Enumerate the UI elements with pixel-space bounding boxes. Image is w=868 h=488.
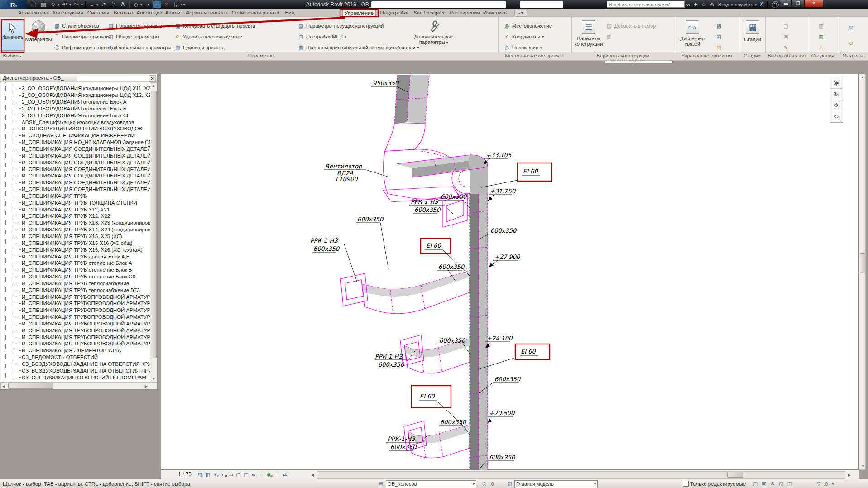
list-item[interactable]: 2_СО_ОБОРУДОВАНИЯ отопление Блок С6: [1, 112, 150, 119]
canvas-vscrollbar[interactable]: ▲ ▼: [859, 74, 866, 470]
decal-types-button[interactable]: ▧: [715, 22, 722, 29]
close-button[interactable]: ✕: [804, 0, 823, 8]
panel-label-macros[interactable]: Макросы: [838, 53, 868, 58]
maximize-button[interactable]: ❐: [792, 0, 804, 8]
browser-hscrollbar[interactable]: ◀ ▶: [0, 382, 157, 389]
scroll-down-icon[interactable]: ▼: [861, 464, 865, 469]
panel-label-project-location[interactable]: Местоположение проекта: [498, 53, 571, 58]
list-item[interactable]: И_СПЕЦИФИКАЦИЯ ТРУБ теплоснабжение ВТЗ: [1, 287, 150, 293]
tab-analyze[interactable]: Анализ: [164, 9, 184, 17]
list-item[interactable]: И_СПЕЦИФИКАЦИЯ СОЕДИНИТЕЛЬНЫХ ДЕТАЛЕЙ Т: [1, 172, 150, 179]
mep-settings-button[interactable]: ◫Настройки MEP▾: [297, 33, 346, 40]
scrollbar-thumb[interactable]: [860, 253, 865, 273]
sync-icon[interactable]: ↻: [49, 1, 57, 8]
panel-label-selection[interactable]: Выбор объектов: [765, 53, 808, 58]
list-item[interactable]: И_СПЕЦИФИКАЦИЯ ТРУБОПРОВОДНОЙ АРМАТУР: [1, 307, 150, 314]
show-crop-region-icon[interactable]: ◫: [242, 471, 250, 478]
list-item[interactable]: И_СПЕЦИФИКАЦИЯ СОЕДИНИТЕЛЬНЫХ ДЕТАЛЕЙ Т: [1, 146, 150, 153]
panel-schedule-templates-button[interactable]: ▦Шаблоны принципиальной схемы щита/панел…: [297, 44, 419, 51]
zoom-icon[interactable]: ⊕▾: [830, 89, 843, 100]
application-menu-button[interactable]: R▾: [0, 0, 27, 10]
tab-architecture[interactable]: Архитектура: [15, 9, 51, 17]
list-item[interactable]: И_СПЕЦИФИКАЦИЯ ТРУБОПРОВОДНОЙ АРМАТУР: [1, 300, 150, 307]
list-item[interactable]: И_СПЕЦИФИКАЦИЯ ТРУБОПРОВОДНОЙ АРМАТУР: [1, 340, 150, 347]
reveal-constraints-icon[interactable]: ⇄: [281, 471, 288, 478]
list-item[interactable]: СЗ_СПЕЦИФИКАЦИЯ ОТВЕРСТИЙ ПО НОМЕРАМ__: [1, 374, 150, 381]
list-item[interactable]: И_СПЕЦИФИКАЦИЯ ТРУБ дренаж Блок А,Б: [1, 253, 150, 260]
active-design-option-select[interactable]: Главная модель▾: [514, 480, 598, 488]
tab-massing-site[interactable]: Формы и генплан: [184, 9, 229, 17]
thin-lines-icon[interactable]: ≡: [153, 1, 161, 8]
list-item[interactable]: И_СПЕЦИФИКАЦИЯ ТРУБ Х13, Х23 (кондициони…: [1, 220, 150, 226]
list-item[interactable]: И_СПЕЦИФИКАЦИЯ ТРУБОПРОВОДНОЙ АРМАТУР: [1, 321, 150, 327]
additional-settings-button[interactable]: Дополнительные параметры ▾: [411, 20, 456, 46]
list-item[interactable]: И_СПЕЦИФИКАЦИЯ ТРУБОПРОВОДНОЙ АРМАТУР: [1, 314, 150, 321]
aligned-dimension-icon[interactable]: ↗: [100, 1, 108, 8]
steering-wheel-icon[interactable]: ◉: [830, 77, 843, 89]
global-parameters-button[interactable]: ◎Глобальные параметры: [107, 44, 171, 51]
snaps-button[interactable]: ⌒Параметры привязки: [53, 33, 111, 40]
list-item[interactable]: И_СПЕЦИФИКАЦИЯ ТРУБОПРОВОДНОЙ АРМАТУР: [1, 334, 150, 340]
search-input[interactable]: Введите ключевое слово/фразу: [607, 1, 685, 8]
list-item[interactable]: И_СПЕЦИФИКАЦИЯ СОЕДИНИТЕЛЬНЫХ ДЕТАЛЕЙ Т: [1, 152, 150, 159]
tab-systems[interactable]: Системы: [85, 9, 111, 17]
communication-center-icon[interactable]: ✦: [694, 1, 698, 8]
list-item[interactable]: И_СПЕЦИФИКАЦИЯ СОЕДИНИТЕЛЬНЫХ ДЕТАЛЕЙ Т: [1, 166, 150, 172]
list-item[interactable]: 2_СО_ОБОРУДОВАНИЯ отопление Блок Б: [1, 105, 150, 112]
list-item[interactable]: И_СПЕЦИФИКАЦИЯ СОЕДИНИТЕЛЬНЫХ ДЕТАЛЕЙ Т: [1, 186, 150, 193]
list-item[interactable]: И_СПЕЦИФИКАЦИЯ ТРУБОПРОВОДНОЙ АРМАТУР: [1, 293, 150, 300]
render-dialog-icon[interactable]: ▭: [227, 471, 235, 478]
scroll-left-icon[interactable]: ◀: [311, 473, 314, 477]
orbit-icon[interactable]: ↻: [830, 111, 843, 122]
project-parameters-button[interactable]: ▤Параметры проекта: [107, 22, 162, 29]
object-styles-button[interactable]: ▦Стили объектов: [53, 22, 99, 29]
design-options-button[interactable]: ☰ Варианты конструкции: [574, 20, 603, 47]
redo-icon[interactable]: ↷: [72, 1, 81, 8]
list-item[interactable]: И_СПЕЦИФИКАЦИЯ ТРУБ отопление Блок С6: [1, 273, 150, 280]
tab-site-designer[interactable]: Site Designer: [410, 9, 448, 17]
search-icon[interactable]: ∞: [686, 1, 691, 8]
structural-settings-button[interactable]: ▤Параметры несущих конструкций: [297, 22, 384, 29]
shadows-icon[interactable]: ◐✕: [219, 471, 227, 478]
scrollbar-thumb[interactable]: [727, 472, 743, 478]
list-item[interactable]: И_СПЕЦИФИКАЦИЯ СОЕДИНИТЕЛЬНЫХ ДЕТАЛЕЙ Т: [1, 179, 150, 186]
tab-extensions[interactable]: Расширения: [448, 9, 481, 17]
list-item[interactable]: 2_СО_ОБОРУДОВАНИЯ кондиционеры ЦОД Х12, …: [1, 92, 150, 99]
text-icon[interactable]: A: [119, 1, 127, 8]
ribbon-collapse-button[interactable]: ▴ ▾: [514, 10, 527, 17]
tab-collaborate[interactable]: Совместная работа: [229, 9, 282, 17]
favorites-icon[interactable]: ☆: [701, 1, 706, 8]
materials-button[interactable]: Материалы: [26, 20, 51, 42]
panel-label-phasing[interactable]: Стадии: [739, 53, 765, 58]
scroll-right-icon[interactable]: ▶: [848, 473, 851, 477]
open-icon[interactable]: ◰: [30, 1, 38, 8]
undo-icon[interactable]: ↶: [61, 1, 69, 8]
view-scale-button[interactable]: 1 : 75: [178, 471, 192, 478]
phases-button[interactable]: ▦ Стадии: [742, 20, 763, 42]
purge-unused-button[interactable]: ⊘Удалить неиспользуемые: [174, 33, 242, 40]
exclude-pinned-icon[interactable]: ⊘: [769, 480, 776, 487]
edit-selection-button[interactable]: ✎: [782, 44, 789, 51]
starting-view-button[interactable]: ▨: [715, 33, 722, 40]
temporary-view-properties-icon[interactable]: ⌂: [273, 471, 281, 478]
project-browser-header[interactable]: Диспетчер проекта - ОВ_ ✕: [0, 74, 157, 82]
save-icon[interactable]: ▦: [39, 1, 48, 8]
checkbox-icon[interactable]: [683, 481, 689, 487]
location-button[interactable]: ◍Местоположение: [504, 22, 552, 29]
list-item[interactable]: 2_СО_ОБОРУДОВАНИЯ кондиционеры ЦОД Х11, …: [1, 85, 150, 92]
sign-in-button[interactable]: Вход в службы: [718, 2, 753, 7]
model-view[interactable]: 950x350 Вентилятор ВД2А L10900 600x350 Р…: [161, 74, 859, 470]
scroll-left-icon[interactable]: ◀: [2, 384, 5, 388]
list-item[interactable]: И_СПЕЦИФИКАЦИЯ ТРУБ отопление Блок А: [1, 260, 150, 267]
list-item[interactable]: И_СПЕЦИФИКАЦИЯ НО_НЗ КЛАПАНОВ Задание СГ: [1, 139, 150, 146]
active-workset-select[interactable]: ОВ_Колесов▾: [386, 480, 476, 488]
tab-insert[interactable]: Вставка: [111, 9, 135, 17]
panel-label-manage-project[interactable]: Управление проектом: [675, 53, 739, 58]
minimize-button[interactable]: ▬: [780, 0, 792, 8]
press-drag-icon[interactable]: ▣: [760, 480, 767, 487]
tab-modify[interactable]: Изменить: [481, 9, 509, 17]
list-item[interactable]: И_СПЕЦИФИКАЦИЯ ТРУБ Х11, Х21: [1, 206, 150, 213]
panel-label-select[interactable]: Выбор ▾: [0, 53, 24, 58]
scroll-right-icon[interactable]: ▶: [145, 384, 148, 388]
editable-count[interactable]: ◎ :0: [481, 480, 494, 488]
